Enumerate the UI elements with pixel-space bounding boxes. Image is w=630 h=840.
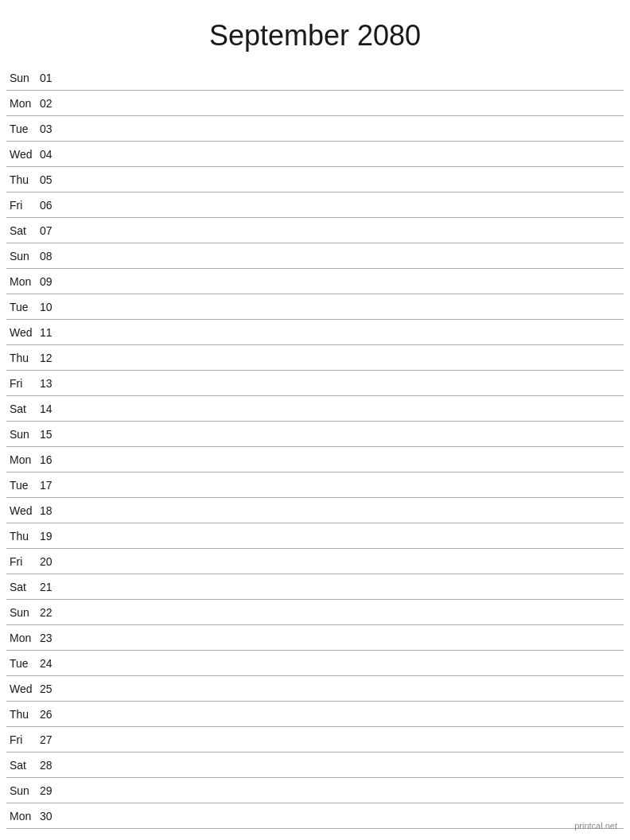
day-number: 25: [40, 682, 62, 695]
day-number: 27: [40, 733, 62, 746]
day-name: Sun: [6, 250, 40, 262]
day-line: [62, 790, 624, 791]
day-line: [62, 663, 624, 663]
day-row: Sat28: [6, 752, 624, 778]
day-name: Wed: [6, 326, 40, 339]
day-line: [62, 357, 624, 358]
day-number: 01: [40, 72, 62, 84]
day-row: Tue24: [6, 651, 624, 676]
day-row: Sun29: [6, 778, 624, 803]
day-row: Thu05: [6, 167, 624, 192]
day-name: Mon: [6, 97, 40, 110]
day-name: Thu: [6, 173, 40, 186]
day-number: 21: [40, 581, 62, 593]
day-number: 26: [40, 708, 62, 721]
day-name: Sat: [6, 402, 40, 415]
day-row: Mon16: [6, 447, 624, 472]
day-row: Wed25: [6, 676, 624, 702]
day-row: Wed11: [6, 320, 624, 345]
day-number: 03: [40, 122, 62, 135]
day-row: Sat21: [6, 574, 624, 600]
day-row: Mon23: [6, 625, 624, 651]
day-number: 06: [40, 199, 62, 212]
day-line: [62, 230, 624, 231]
day-name: Sun: [6, 428, 40, 441]
day-number: 08: [40, 250, 62, 262]
day-number: 16: [40, 453, 62, 466]
day-row: Fri20: [6, 549, 624, 574]
day-line: [62, 306, 624, 307]
day-name: Sat: [6, 224, 40, 237]
day-number: 09: [40, 275, 62, 288]
day-row: Sun08: [6, 243, 624, 269]
day-name: Wed: [6, 148, 40, 161]
day-line: [62, 688, 624, 689]
day-number: 30: [40, 810, 62, 822]
day-number: 04: [40, 148, 62, 161]
day-row: Wed18: [6, 498, 624, 523]
day-line: [62, 77, 624, 78]
day-row: Thu19: [6, 523, 624, 549]
day-row: Thu26: [6, 702, 624, 727]
day-row: Wed04: [6, 142, 624, 167]
day-line: [62, 561, 624, 562]
day-line: [62, 383, 624, 383]
day-row: Sun15: [6, 422, 624, 447]
day-name: Wed: [6, 682, 40, 695]
day-line: [62, 179, 624, 180]
day-line: [62, 484, 624, 485]
day-number: 05: [40, 173, 62, 186]
day-number: 11: [40, 326, 62, 339]
day-row: Mon02: [6, 91, 624, 116]
day-row: Sat14: [6, 396, 624, 422]
day-line: [62, 128, 624, 129]
day-number: 23: [40, 632, 62, 644]
day-name: Fri: [6, 199, 40, 212]
day-name: Mon: [6, 632, 40, 644]
calendar-container: Sun01Mon02Tue03Wed04Thu05Fri06Sat07Sun08…: [0, 65, 630, 829]
day-number: 17: [40, 479, 62, 492]
day-line: [62, 637, 624, 638]
day-row: Tue17: [6, 472, 624, 498]
day-name: Thu: [6, 352, 40, 364]
day-line: [62, 204, 624, 205]
day-line: [62, 281, 624, 282]
day-number: 29: [40, 784, 62, 797]
day-row: Fri13: [6, 371, 624, 396]
day-line: [62, 154, 624, 154]
footer-text: printcal.net: [574, 821, 617, 830]
day-line: [62, 255, 624, 256]
day-number: 22: [40, 606, 62, 619]
day-number: 18: [40, 504, 62, 517]
day-name: Sat: [6, 759, 40, 772]
day-row: Fri06: [6, 192, 624, 218]
day-row: Fri27: [6, 727, 624, 752]
day-name: Mon: [6, 810, 40, 822]
day-row: Sun01: [6, 65, 624, 91]
day-number: 20: [40, 555, 62, 568]
day-number: 10: [40, 301, 62, 313]
day-number: 14: [40, 402, 62, 415]
day-name: Tue: [6, 301, 40, 313]
day-name: Fri: [6, 555, 40, 568]
day-row: Sat07: [6, 218, 624, 243]
day-line: [62, 764, 624, 765]
day-name: Tue: [6, 657, 40, 670]
day-line: [62, 815, 624, 816]
day-name: Thu: [6, 530, 40, 542]
day-line: [62, 434, 624, 434]
day-name: Wed: [6, 504, 40, 517]
day-name: Sun: [6, 606, 40, 619]
day-line: [62, 612, 624, 612]
day-number: 28: [40, 759, 62, 772]
day-number: 02: [40, 97, 62, 110]
day-line: [62, 586, 624, 587]
day-line: [62, 332, 624, 332]
day-name: Tue: [6, 122, 40, 135]
day-row: Thu12: [6, 345, 624, 371]
day-row: Tue10: [6, 294, 624, 320]
day-number: 13: [40, 377, 62, 390]
day-row: Sun22: [6, 600, 624, 625]
day-name: Sun: [6, 72, 40, 84]
day-number: 07: [40, 224, 62, 237]
